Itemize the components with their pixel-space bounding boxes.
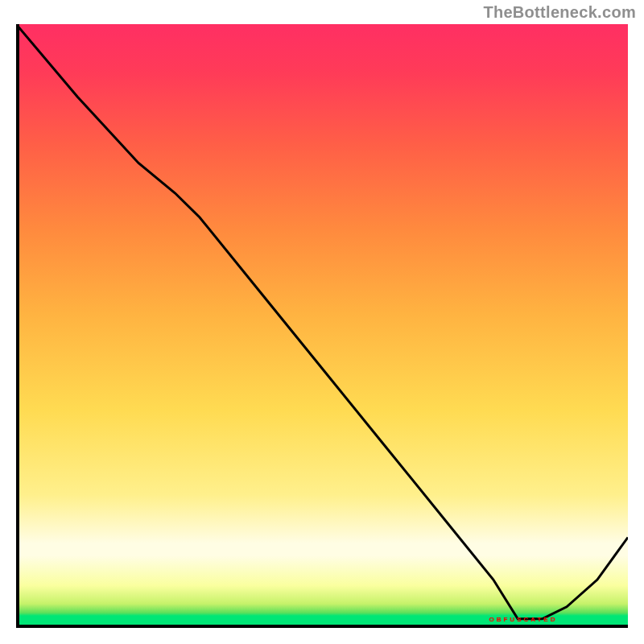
plot-area: OBFUSCATED bbox=[16, 24, 628, 628]
chart-container: TheBottleneck.com OBFUSCATED bbox=[0, 0, 644, 644]
min-region-badge: OBFUSCATED bbox=[489, 616, 557, 623]
curve-path bbox=[16, 24, 628, 619]
attribution-text: TheBottleneck.com bbox=[483, 3, 636, 22]
curve-svg bbox=[16, 24, 628, 628]
